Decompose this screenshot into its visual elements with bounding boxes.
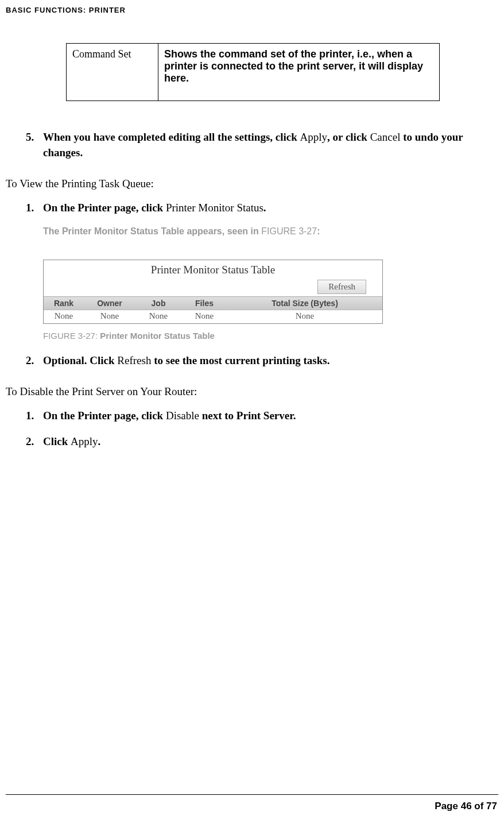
- page-header: BASIC FUNCTIONS: PRINTER: [6, 6, 498, 14]
- disable-step-1: 1. On the Printer page, click Disable ne…: [26, 408, 498, 424]
- status-note: The Printer Monitor Status Table appears…: [43, 226, 498, 237]
- col-job: Job: [135, 296, 181, 310]
- step-body: On the Printer page, click Disable next …: [43, 408, 498, 424]
- text: .: [98, 435, 101, 447]
- text: When you have completed editing all the …: [43, 131, 300, 143]
- disable-heading: To Disable the Print Server on Your Rout…: [6, 385, 498, 398]
- figure-ref: FIGURE 3-27: [261, 226, 317, 236]
- col-files: Files: [181, 296, 227, 310]
- command-set-table: Command Set Shows the command set of the…: [66, 43, 440, 101]
- text: to see the most current printing tasks.: [151, 354, 329, 366]
- text: Optional. Click: [43, 354, 117, 366]
- disable-step-2: 2. Click Apply.: [26, 434, 498, 450]
- printer-monitor-screenshot: Printer Monitor Status Table Refresh Ran…: [43, 260, 383, 324]
- view-step-2: 2. Optional. Click Refresh to see the mo…: [26, 353, 498, 369]
- col-rank: Rank: [44, 296, 84, 310]
- step-5: 5. When you have completed editing all t…: [26, 130, 498, 160]
- link-text: Printer Monitor Status: [166, 202, 263, 214]
- step-number: 1.: [26, 200, 43, 216]
- link-text: Disable: [166, 409, 199, 422]
- text: next to Print Server.: [199, 409, 296, 422]
- cell-job: None: [135, 310, 181, 323]
- apply-text: Apply: [300, 131, 328, 143]
- step-number: 2.: [26, 434, 43, 450]
- text: Click: [43, 435, 71, 447]
- step-body: Click Apply.: [43, 434, 498, 450]
- footer-divider: [6, 794, 498, 795]
- note-body: The Printer Monitor Status Table appears…: [43, 226, 261, 236]
- cell-owner: None: [84, 310, 135, 323]
- link-text: Apply: [71, 435, 98, 447]
- cell-total: None: [227, 310, 382, 323]
- refresh-button[interactable]: Refresh: [317, 280, 366, 294]
- step-body: On the Printer page, click Printer Monit…: [43, 200, 498, 216]
- view-queue-heading: To View the Printing Task Queue:: [6, 177, 498, 190]
- table-row: None None None None None: [44, 310, 382, 323]
- cancel-text: Cancel: [370, 131, 401, 143]
- colon: :: [317, 226, 320, 236]
- view-step-1: 1. On the Printer page, click Printer Mo…: [26, 200, 498, 216]
- text: .: [263, 202, 266, 214]
- text: On the Printer page, click: [43, 409, 166, 422]
- step-body: Optional. Click Refresh to see the most …: [43, 353, 498, 369]
- figure-title: Printer Monitor Status Table: [100, 331, 215, 341]
- figure-label: FIGURE 3-27:: [43, 331, 100, 341]
- table-header-row: Rank Owner Job Files Total Size (Bytes): [44, 296, 382, 310]
- step-number: 1.: [26, 408, 43, 424]
- screenshot-title: Printer Monitor Status Table: [44, 260, 382, 279]
- status-table: Rank Owner Job Files Total Size (Bytes) …: [44, 296, 382, 323]
- step-body: When you have completed editing all the …: [43, 130, 498, 160]
- page-number: Page 46 of 77: [435, 801, 497, 812]
- cmd-description: Shows the command set of the printer, i.…: [158, 44, 440, 101]
- cell-rank: None: [44, 310, 84, 323]
- col-total: Total Size (Bytes): [227, 296, 382, 310]
- text: On the Printer page, click: [43, 202, 166, 214]
- step-number: 5.: [26, 130, 43, 160]
- figure-caption: FIGURE 3-27: Printer Monitor Status Tabl…: [43, 331, 498, 341]
- text: , or click: [327, 131, 370, 143]
- link-text: Refresh: [117, 354, 151, 366]
- col-owner: Owner: [84, 296, 135, 310]
- cmd-label: Command Set: [67, 44, 158, 101]
- cell-files: None: [181, 310, 227, 323]
- step-number: 2.: [26, 353, 43, 369]
